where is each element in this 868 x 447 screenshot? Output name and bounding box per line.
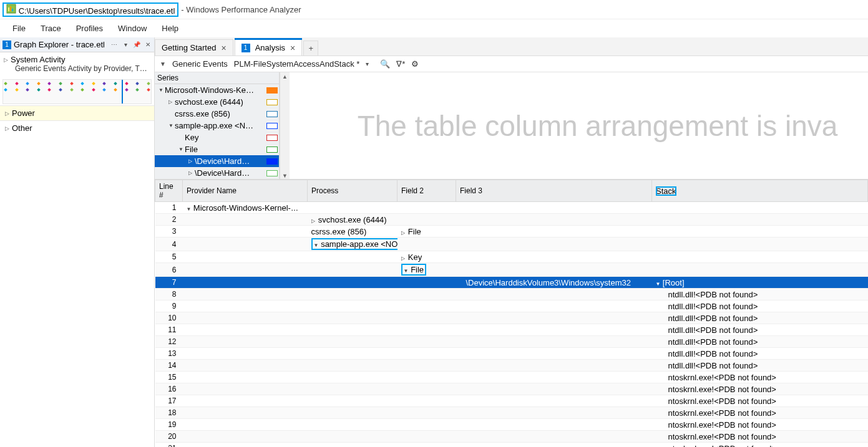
filter-icon[interactable]: ∇* [396,59,405,69]
series-row[interactable]: ▼Microsoft-Windows-Ke… [155,84,279,96]
cell-provider [183,263,308,277]
series-row[interactable]: ▼sample-app.exe <N… [155,120,279,132]
series-row[interactable]: Key [155,132,279,143]
table-row[interactable]: 10ntdll.dll!<PDB not found> [155,312,868,324]
crumb-generic-events[interactable]: Generic Events [172,59,228,69]
scroll-down-icon[interactable]: ▼ [282,173,288,179]
timeline-thumbnail[interactable] [2,79,152,104]
col-field2[interactable]: Field 2 [397,180,456,202]
table-row[interactable]: 20ntoskrnl.exe!<PDB not found> [155,431,868,443]
menu-help[interactable]: Help [154,21,186,36]
menu-profiles[interactable]: Profiles [69,21,110,36]
menu-window[interactable]: Window [110,21,154,36]
cell-process: ▼ sample-app.exe <NO… [308,238,397,251]
tab-add-button[interactable]: + [303,41,318,55]
panel-pin-icon[interactable]: 📌 [133,41,140,49]
menu-trace[interactable]: Trace [33,21,69,36]
table-row[interactable]: 4▼ sample-app.exe <NO… [155,238,868,251]
table-row[interactable]: 1▼ Microsoft-Windows-Kernel-Gen… [155,202,868,214]
cell-provider [183,336,308,348]
series-row[interactable]: ▷svchost.exe (6444) [155,96,279,108]
data-table-wrap[interactable]: Line # Provider Name Process Field 2 Fie… [155,180,868,447]
series-row[interactable]: ▷\Device\Hard… [155,155,279,167]
cell-line: 12 [155,336,183,348]
col-field3[interactable]: Field 3 [456,180,652,202]
table-row[interactable]: 12ntdll.dll!<PDB not found> [155,336,868,348]
table-row[interactable]: 19ntoskrnl.exe!<PDB not found> [155,419,868,431]
table-row[interactable]: 5▷ Key [155,251,868,263]
series-label: File [185,145,198,154]
cell-line: 10 [155,312,183,324]
cell-provider [183,360,308,372]
series-row[interactable]: ▷\Device\Hard… [155,167,279,179]
cell-process [308,372,397,383]
search-icon[interactable]: 🔍 [380,59,390,69]
graph-explorer-panel: 1 Graph Explorer - trace.etl ⋯ ▾ 📌 ✕ ▷ S… [0,37,155,447]
table-row[interactable]: 14ntdll.dll!<PDB not found> [155,360,868,372]
cell-provider [183,348,308,360]
cell-field3 [456,443,652,448]
tab-analysis[interactable]: 1 Analysis × [235,39,303,55]
cell-provider [183,443,308,448]
table-row[interactable]: 8ntdll.dll!<PDB not found> [155,289,868,300]
tab-getting-started[interactable]: Getting Started × [155,39,233,55]
table-row[interactable]: 6▼ File [155,263,868,277]
chevron-down-icon[interactable]: ▼ [160,60,166,67]
cell-stack: ntoskrnl.exe!<PDB not found> [652,407,868,419]
chevron-down-icon[interactable]: ▾ [366,60,369,67]
menu-file[interactable]: File [5,21,33,36]
table-row[interactable]: 3csrss.exe (856)▷ File [155,226,868,238]
cell-provider [183,324,308,336]
gear-icon[interactable]: ⚙ [411,59,419,69]
table-row[interactable]: 7\Device\HarddiskVolume3\Windows\system3… [155,277,868,289]
cell-field3 [456,324,652,336]
cell-process [308,407,397,419]
series-row[interactable]: csrss.exe (856) [155,108,279,120]
table-row[interactable]: 13ntdll.dll!<PDB not found> [155,348,868,360]
cell-stack: ntdll.dll!<PDB not found> [652,336,868,348]
cell-provider: ▼ Microsoft-Windows-Kernel-Gen… [183,202,308,214]
cell-field2 [397,312,456,324]
cell-stack [652,226,868,238]
table-row[interactable]: 15ntoskrnl.exe!<PDB not found> [155,372,868,383]
series-row[interactable]: ▼File [155,143,279,155]
panel-dropdown-icon[interactable]: ▾ [122,41,129,49]
panel-menu-icon[interactable]: ⋯ [110,41,118,49]
table-row[interactable]: 21ntoskrnl.exe!<PDB not found> [155,443,868,448]
series-label: svchost.exe (6444) [175,97,243,107]
panel-badge: 1 [2,41,11,49]
cell-field2 [397,431,456,443]
expand-icon: ▼ [158,87,165,93]
sidebar-item-power[interactable]: ▷ Power [0,105,154,120]
scroll-up-icon[interactable]: ▲ [282,74,288,80]
panel-close-icon[interactable]: ✕ [144,41,152,49]
cell-line: 17 [155,395,183,407]
cell-field2 [397,300,456,312]
crumb-preset[interactable]: PLM-FileSystemAccessAndStack * [234,59,360,69]
table-row[interactable]: 17ntoskrnl.exe!<PDB not found> [155,395,868,407]
cell-field3 [456,336,652,348]
table-row[interactable]: 9ntdll.dll!<PDB not found> [155,300,868,312]
col-line[interactable]: Line # [155,180,183,202]
table-row[interactable]: 11ntdll.dll!<PDB not found> [155,324,868,336]
cell-stack: ntdll.dll!<PDB not found> [652,289,868,300]
sidebar-item-other[interactable]: ▷ Other [0,120,154,135]
table-row[interactable]: 16ntoskrnl.exe!<PDB not found> [155,383,868,395]
cell-provider [183,226,308,238]
cell-field3 [456,214,652,226]
col-provider[interactable]: Provider Name [183,180,308,202]
close-icon[interactable]: × [290,43,295,53]
system-activity-header[interactable]: ▷ System Activity [4,55,150,64]
col-process[interactable]: Process [308,180,397,202]
cell-line: 2 [155,214,183,226]
cell-line: 7 [155,277,183,289]
series-scrollbar[interactable]: ▲ ▼ [280,72,290,179]
table-row[interactable]: 18ntoskrnl.exe!<PDB not found> [155,407,868,419]
close-icon[interactable]: × [221,43,226,53]
table-row[interactable]: 2▷ svchost.exe (6444) [155,214,868,226]
cell-provider [183,289,308,300]
col-stack[interactable]: Stack [652,180,868,202]
cell-field2: ▷ File [397,226,456,238]
cell-field2 [397,395,456,407]
breadcrumb-bar: ▼ Generic Events PLM-FileSystemAccessAnd… [155,56,868,72]
